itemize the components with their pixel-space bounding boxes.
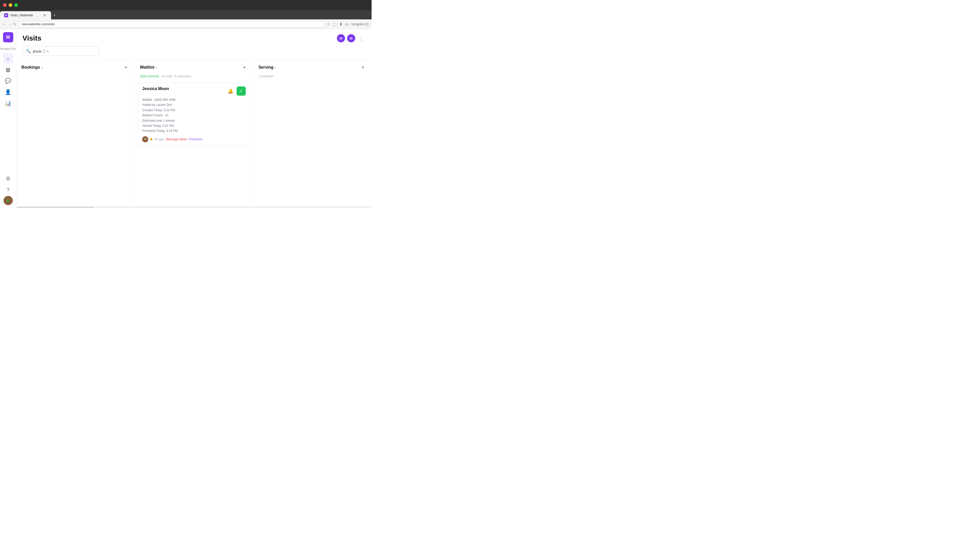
serving-column-header: Serving › + [253, 60, 372, 75]
serving-title-row[interactable]: Serving › [259, 65, 276, 70]
header-avatar-2[interactable]: M [347, 34, 355, 42]
tab-favicon: W [4, 13, 8, 17]
browser-toolbar-icons: ☆ ⬚ ⬇ ▭ Incognito (2) [327, 22, 369, 27]
waitlist-wait-info: 1m wait · 5 customers [161, 75, 191, 78]
detail-waited: Waited 5 hours · #1 [142, 113, 245, 118]
address-bar-row: ← → ↻ new.waitwhile.com/visits ☆ ⬚ ⬇ ▭ I… [0, 19, 372, 29]
active-tab[interactable]: W Visits | Waitwhile ✕ [0, 11, 51, 19]
back-button[interactable]: ← [3, 22, 6, 26]
bookmark-icon[interactable]: ☆ [327, 22, 330, 27]
page-title: Visits [22, 34, 41, 42]
sidebar-item-home[interactable]: ⌂ [3, 53, 13, 64]
settings-icon: ⚙ [6, 176, 11, 182]
sidebar-item-settings[interactable]: ⚙ [3, 173, 13, 184]
footer-status-dot [150, 138, 152, 140]
browser-window-controls [3, 3, 18, 7]
sidebar-item-users[interactable]: 👤 [3, 87, 13, 97]
sidebar-item-messages[interactable]: 💬 [3, 76, 13, 86]
detail-created: Created Today, 3:15 PM · [142, 108, 245, 113]
tab-title: Visits | Waitwhile [10, 14, 33, 17]
bookings-column-body [16, 75, 135, 206]
download-icon[interactable]: ⬇ [339, 22, 342, 27]
minimize-window-button[interactable] [9, 3, 12, 7]
extensions-icon[interactable]: ⬚ [333, 22, 337, 27]
serving-title: Serving [259, 65, 274, 70]
detail-waitlist: Waitlist · (484) 569-1899 · [142, 97, 245, 102]
customer-name: Jessica Moon [142, 86, 169, 91]
sidebar-item-help[interactable]: ? [3, 185, 13, 195]
address-bar[interactable]: new.waitwhile.com/visits [18, 21, 325, 27]
page-header: Visits M M ⋮ [16, 29, 372, 42]
header-avatar-1[interactable]: M [337, 34, 345, 42]
waitlist-column-header: Waitlist › + [135, 60, 253, 75]
app-container: M Moodjoy7434 ⌂ ▦ 💬 👤 📊 ⚙ ? 🐉 Vi [0, 29, 372, 208]
sidebar-item-analytics[interactable]: 📊 [3, 98, 13, 108]
users-icon: 👤 [5, 89, 11, 95]
new-tab-button[interactable]: + [51, 11, 58, 19]
waitlist-add-button[interactable]: + [241, 64, 248, 71]
tab-close-button[interactable]: ✕ [42, 13, 47, 17]
more-options-button[interactable]: ⋮ [357, 34, 366, 42]
search-clear-button[interactable]: ✕ [46, 49, 49, 53]
home-icon: ⌂ [6, 56, 10, 62]
waitlist-column-body: Jessica Moon 🔔 ✓ Waitlist · (484) 569-18… [135, 81, 253, 206]
tab-bar: W Visits | Waitwhile ✕ + [0, 10, 372, 19]
card-detail: Waitlist · (484) 569-1899 · Added by Lau… [142, 97, 245, 134]
profile-icon[interactable]: ▭ [345, 22, 349, 27]
sidebar: M Moodjoy7434 ⌂ ▦ 💬 👤 📊 ⚙ ? 🐉 [0, 29, 16, 208]
message-failed-badge: Message failed [166, 138, 186, 141]
bookings-column: Bookings › + [16, 60, 135, 206]
bookings-add-button[interactable]: + [122, 64, 129, 71]
prioritized-badge: Prioritized [189, 138, 202, 141]
horizontal-scrollbar[interactable] [16, 206, 372, 208]
detail-prioritized: Prioritized Today, 3:15 PM [142, 128, 245, 133]
search-row: 🔍 jessic ✕ [16, 42, 372, 60]
bookings-chevron-icon: › [41, 65, 43, 69]
org-name: Moodjoy7434 [0, 48, 17, 50]
card-header: Jessica Moon 🔔 ✓ [142, 86, 245, 96]
forward-button[interactable]: → [8, 22, 12, 26]
footer-avatar-letter: M [144, 138, 146, 141]
footer-time-ago: 5h ago [154, 138, 164, 141]
columns-container: Bookings › + Waitlist › + [16, 60, 372, 206]
card-footer: M 5h ago Message failed Prioritized [142, 136, 245, 142]
main-content: Visits M M ⋮ 🔍 jessic ✕ Bookings [16, 29, 372, 208]
reload-button[interactable]: ↻ [13, 22, 16, 26]
serving-add-button[interactable]: + [360, 64, 366, 71]
waitlist-title: Waitlist [140, 65, 154, 70]
user-avatar[interactable]: 🐉 [3, 196, 13, 205]
search-text: jessic [33, 49, 42, 53]
check-button[interactable]: ✓ [237, 86, 246, 96]
bookings-title-row[interactable]: Bookings › [21, 65, 43, 70]
serving-column: Serving › + 1 customer [253, 60, 372, 206]
header-actions: M M ⋮ [337, 34, 366, 42]
waitlist-column: Waitlist › + Open (forced) · 1m wait · 5… [135, 60, 253, 206]
avatar-image: 🐉 [6, 199, 10, 202]
incognito-badge[interactable]: Incognito (2) [352, 22, 369, 26]
waitlist-subtitle: Open (forced) · 1m wait · 5 customers [135, 75, 253, 81]
bookings-title: Bookings [21, 65, 40, 70]
card-actions: 🔔 ✓ [226, 86, 246, 96]
waitlist-title-row[interactable]: Waitlist › [140, 65, 157, 70]
calendar-icon: ▦ [6, 67, 11, 73]
customer-card[interactable]: Jessica Moon 🔔 ✓ Waitlist · (484) 569-18… [138, 83, 250, 146]
maximize-window-button[interactable] [14, 3, 18, 7]
url-text: new.waitwhile.com/visits [22, 22, 55, 26]
detail-added: Added by Lauren Deli · [142, 102, 245, 107]
sidebar-logo[interactable]: M [3, 32, 13, 42]
waitlist-chevron-icon: › [156, 65, 157, 69]
serving-column-body [253, 81, 372, 206]
search-box: 🔍 jessic ✕ [22, 46, 99, 56]
sidebar-item-calendar[interactable]: ▦ [3, 65, 13, 75]
bell-button[interactable]: 🔔 [226, 87, 234, 95]
close-window-button[interactable] [3, 3, 6, 7]
search-icon: 🔍 [26, 49, 31, 54]
bookings-column-header: Bookings › + [16, 60, 135, 75]
browser-chrome [0, 0, 372, 10]
footer-avatar: M [142, 136, 148, 142]
analytics-icon: 📊 [5, 100, 11, 106]
waitlist-status: Open (forced) [140, 75, 159, 78]
serving-subtitle: 1 customer [253, 75, 372, 81]
scrollbar-thumb[interactable] [18, 207, 94, 208]
serving-chevron-icon: › [275, 65, 276, 69]
